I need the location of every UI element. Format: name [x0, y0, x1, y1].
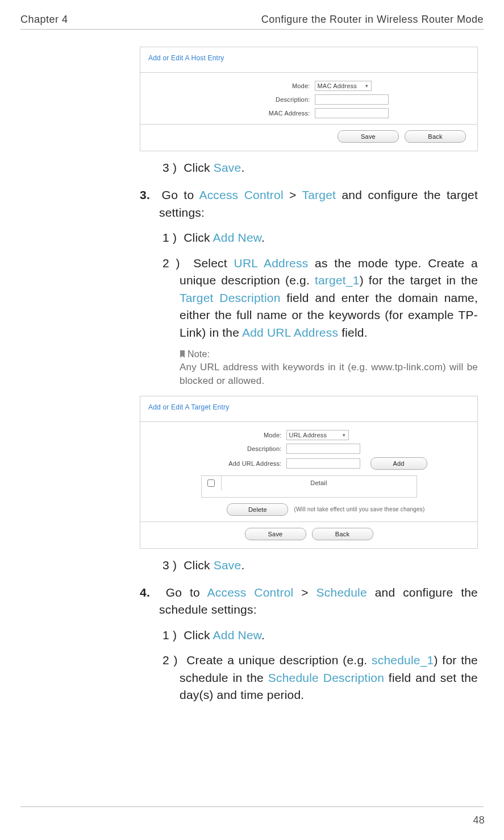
detail-table: Detail: [201, 475, 417, 498]
mode-label: Mode:: [191, 432, 282, 438]
select-all-checkbox[interactable]: [207, 479, 215, 487]
note-block: Note: Any URL address with keywords in i…: [180, 349, 478, 388]
schedule-1-text: schedule_1: [372, 653, 434, 667]
target-description-link: Target Description: [180, 291, 281, 304]
access-control-link: Access Control: [199, 188, 283, 201]
description-input[interactable]: [286, 444, 360, 454]
note-body: Any URL address with keywords in it (e.g…: [180, 361, 478, 388]
detail-column-header: Detail: [222, 476, 416, 490]
screenshot-host-entry: Add or Edit A Host Entry Mode: MAC Addre…: [140, 47, 478, 151]
schedule-link: Schedule: [316, 586, 367, 599]
substep-3-2: 2 ) Select URL Address as the mode type.…: [163, 255, 478, 341]
url-input[interactable]: [286, 458, 360, 469]
step-3: 3. Go to Access Control > Target and con…: [140, 187, 478, 221]
back-button[interactable]: Back: [312, 528, 373, 540]
step-4: 4. Go to Access Control > Schedule and c…: [140, 584, 478, 619]
add-url-address-link: Add URL Address: [242, 326, 338, 339]
schedule-description-link: Schedule Description: [268, 671, 384, 684]
target-link: Target: [302, 188, 336, 201]
note-heading: Note:: [180, 349, 210, 359]
save-button[interactable]: Save: [338, 130, 399, 143]
description-label: Description:: [191, 445, 282, 452]
save-link: Save: [214, 558, 241, 572]
screenshot-body: Mode: MAC Address Description: MAC Addre…: [140, 73, 477, 125]
substep-target-3: 3 ) Click Save.: [163, 557, 478, 574]
screenshot-title: Add or Edit A Target Entry: [140, 396, 477, 422]
add-new-link: Add New: [213, 231, 261, 244]
mode-select[interactable]: MAC Address: [315, 81, 372, 91]
header-rule: [20, 29, 484, 30]
save-button[interactable]: Save: [245, 528, 306, 540]
back-button[interactable]: Back: [405, 130, 466, 143]
mode-select[interactable]: URL Address: [286, 430, 349, 440]
footer-rule: [20, 806, 484, 807]
screenshot-title: Add or Edit A Host Entry: [140, 47, 477, 73]
save-link: Save: [214, 161, 241, 174]
substep-3: 3 ) Click Save.: [163, 159, 478, 176]
running-head-chapter: Chapter 4: [20, 14, 68, 26]
access-control-link: Access Control: [207, 586, 294, 599]
description-label: Description:: [208, 96, 310, 103]
description-input[interactable]: [315, 94, 389, 105]
add-new-link: Add New: [213, 628, 261, 642]
screenshot-target-entry: Add or Edit A Target Entry Mode: URL Add…: [140, 396, 478, 549]
mac-input[interactable]: [315, 108, 389, 118]
url-address-link: URL Address: [234, 256, 309, 270]
page-number: 48: [473, 814, 485, 826]
screenshot-actions: Save Back: [140, 125, 477, 151]
substep-3-1: 1 ) Click Add New.: [163, 229, 478, 246]
target-1-text: target_1: [315, 274, 360, 287]
substep-4-2: 2 ) Create a unique description (e.g. sc…: [163, 652, 478, 704]
screenshot-actions: Save Back: [140, 522, 477, 548]
delete-hint: (Will not take effect until you save the…: [294, 506, 424, 512]
add-url-label: Add URL Address:: [191, 460, 282, 467]
bookmark-icon: [180, 350, 185, 358]
add-button[interactable]: Add: [370, 457, 427, 470]
screenshot-body: Mode: URL Address Description: Add URL A…: [140, 422, 477, 522]
substep-4-1: 1 ) Click Add New.: [163, 627, 478, 644]
mac-label: MAC Address:: [208, 110, 310, 117]
delete-button[interactable]: Delete: [227, 503, 288, 516]
mode-label: Mode:: [208, 82, 310, 89]
running-head-title: Configure the Router in Wireless Router …: [261, 14, 484, 26]
detail-table-body: [201, 490, 417, 498]
